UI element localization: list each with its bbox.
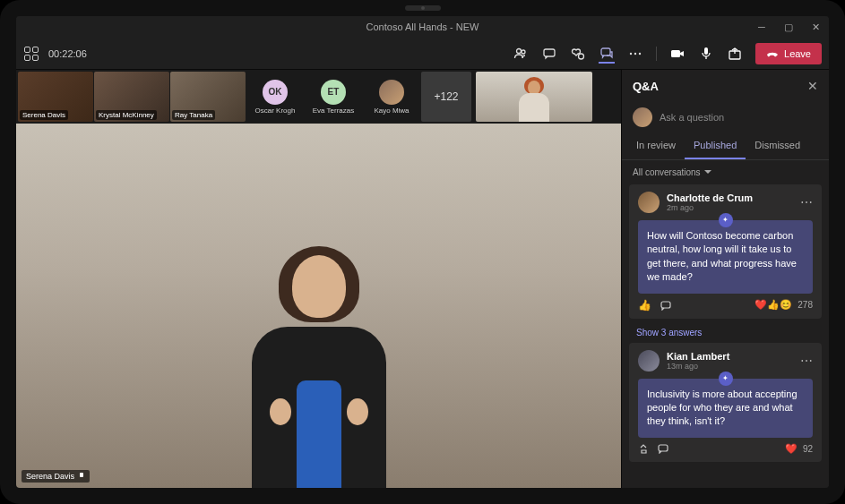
main-video[interactable]: Serena Davis bbox=[16, 124, 621, 488]
svg-rect-13 bbox=[659, 445, 668, 451]
upvote-button[interactable] bbox=[638, 443, 649, 454]
svg-point-1 bbox=[522, 50, 525, 54]
show-answers-link[interactable]: Show 3 answers bbox=[629, 326, 822, 343]
maximize-button[interactable]: ▢ bbox=[775, 16, 802, 38]
speaker-nameplate: Serena Davis bbox=[22, 470, 90, 483]
window-titlebar: Contoso All Hands - NEW ─ ▢ ✕ bbox=[16, 16, 829, 38]
self-avatar bbox=[633, 107, 652, 127]
spotlight-tile[interactable] bbox=[476, 72, 592, 122]
question-card: Kian Lambert 13m ago ⋯ ✦ Inclusivity is … bbox=[629, 343, 822, 462]
svg-point-7 bbox=[639, 52, 641, 54]
question-time: 13m ago bbox=[667, 362, 793, 371]
avatar-initials: OK bbox=[263, 80, 288, 105]
tab-in-review[interactable]: In review bbox=[627, 132, 685, 159]
svg-point-0 bbox=[517, 48, 522, 53]
svg-point-6 bbox=[634, 52, 636, 54]
author-avatar bbox=[638, 192, 660, 213]
question-time: 2m ago bbox=[667, 203, 793, 212]
svg-point-3 bbox=[579, 54, 584, 59]
video-stage: Serena Davis Krystal McKinney Ray Tanaka… bbox=[16, 70, 621, 488]
chevron-down-icon bbox=[704, 170, 711, 175]
video-tile[interactable]: Krystal McKinney bbox=[94, 72, 169, 122]
window-title: Contoso All Hands - NEW bbox=[366, 21, 479, 32]
svg-rect-8 bbox=[671, 50, 680, 57]
qa-tabs: In review Published Dismissed bbox=[622, 132, 829, 160]
qa-icon[interactable] bbox=[599, 47, 615, 64]
more-icon[interactable] bbox=[627, 46, 643, 62]
author-avatar bbox=[638, 350, 660, 372]
gallery-view-icon[interactable] bbox=[23, 46, 39, 62]
leave-button[interactable]: Leave bbox=[755, 43, 822, 64]
svg-rect-4 bbox=[601, 48, 610, 56]
video-tile[interactable]: Ray Tanaka bbox=[170, 72, 246, 122]
qa-title: Q&A bbox=[633, 80, 659, 93]
question-more-button[interactable]: ⋯ bbox=[800, 195, 813, 209]
participant-strip: Serena Davis Krystal McKinney Ray Tanaka… bbox=[16, 70, 621, 124]
question-more-button[interactable]: ⋯ bbox=[800, 354, 813, 368]
featured-badge-icon: ✦ bbox=[719, 213, 733, 227]
question-card: Charlotte de Crum 2m ago ⋯ ✦ How will Co… bbox=[629, 184, 822, 319]
mic-icon[interactable] bbox=[698, 46, 714, 62]
hangup-icon bbox=[766, 47, 779, 60]
featured-badge-icon: ✦ bbox=[719, 372, 733, 386]
camera-icon[interactable] bbox=[669, 46, 685, 62]
share-icon[interactable] bbox=[727, 46, 743, 62]
comment-button[interactable] bbox=[660, 300, 671, 311]
qa-list[interactable]: Charlotte de Crum 2m ago ⋯ ✦ How will Co… bbox=[622, 184, 829, 488]
avatar-tile[interactable]: ET Eva Terrazas bbox=[305, 72, 362, 122]
qa-close-button[interactable]: ✕ bbox=[807, 79, 818, 93]
svg-rect-9 bbox=[704, 47, 708, 55]
comment-button[interactable] bbox=[658, 443, 668, 454]
upvote-button[interactable]: 👍 bbox=[638, 299, 651, 312]
question-body: ✦ Inclusivity is more about accepting pe… bbox=[638, 379, 813, 438]
avatar-photo bbox=[379, 80, 404, 105]
svg-rect-11 bbox=[80, 473, 83, 477]
avatar-initials: ET bbox=[321, 80, 346, 105]
author-name: Charlotte de Crum bbox=[667, 192, 793, 203]
people-icon[interactable] bbox=[513, 46, 529, 62]
meeting-toolbar: 00:22:06 Leave bbox=[16, 38, 829, 70]
qa-filter-dropdown[interactable]: All conversations bbox=[622, 160, 829, 184]
pin-icon bbox=[78, 473, 85, 480]
video-tile[interactable]: Serena Davis bbox=[18, 72, 93, 122]
qa-panel: Q&A ✕ Ask a question In review Published… bbox=[621, 70, 829, 488]
svg-point-5 bbox=[630, 52, 632, 54]
svg-rect-12 bbox=[661, 302, 670, 308]
overflow-count-tile[interactable]: +122 bbox=[421, 72, 471, 122]
question-body: ✦ How will Contoso become carbon neutral… bbox=[638, 220, 813, 294]
avatar-tile[interactable]: OK Oscar Krogh bbox=[246, 72, 304, 122]
reactions-icon[interactable] bbox=[570, 46, 586, 62]
svg-rect-2 bbox=[544, 49, 555, 56]
close-button[interactable]: ✕ bbox=[802, 16, 829, 38]
meeting-timer: 00:22:06 bbox=[48, 48, 87, 59]
ask-question-input[interactable]: Ask a question bbox=[622, 102, 829, 132]
ask-placeholder: Ask a question bbox=[660, 112, 818, 123]
chat-icon[interactable] bbox=[541, 46, 557, 62]
minimize-button[interactable]: ─ bbox=[748, 16, 775, 38]
speaker-silhouette bbox=[229, 219, 409, 488]
tab-published[interactable]: Published bbox=[685, 132, 746, 159]
author-name: Kian Lambert bbox=[667, 351, 793, 362]
leave-label: Leave bbox=[784, 48, 811, 59]
reaction-summary[interactable]: ❤️ 92 bbox=[785, 443, 813, 455]
reaction-summary[interactable]: ❤️👍😊 278 bbox=[754, 299, 813, 311]
tab-dismissed[interactable]: Dismissed bbox=[746, 132, 809, 159]
avatar-tile[interactable]: Kayo Miwa bbox=[363, 72, 420, 122]
toolbar-divider bbox=[656, 47, 657, 61]
